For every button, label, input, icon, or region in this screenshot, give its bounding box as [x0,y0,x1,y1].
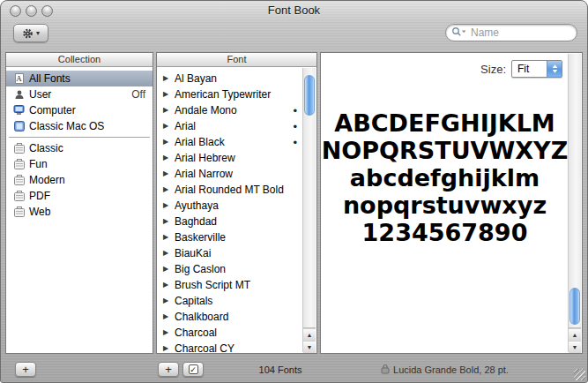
add-font-button[interactable]: + [158,362,179,377]
preview-line: nopqrstuvwxyz [321,192,569,219]
collection-label: Computer [29,104,76,116]
collection-item-pdf[interactable]: PDF [6,188,153,204]
font-name: Brush Script MT [175,279,250,291]
preview-line: NOPQRSTUVWXYZ [321,137,569,164]
disclosure-triangle-icon[interactable]: ▶ [163,297,170,304]
disclosure-triangle-icon[interactable]: ▶ [163,250,170,257]
search-input[interactable] [469,26,571,40]
font-list-item[interactable]: ▶BiauKai [157,245,316,261]
collection-item-computer[interactable]: Computer [6,102,153,118]
font-pane: Font ▶Al Bayan ▶American Typewriter ▶And… [156,52,317,354]
size-label: Size: [480,63,506,76]
disclosure-triangle-icon[interactable]: ▶ [163,91,170,98]
disclosure-triangle-icon[interactable]: ▶ [163,329,170,336]
resize-grip[interactable] [574,369,585,380]
scroll-up-button[interactable]: ▲ [569,328,581,341]
font-name: Arial Rounded MT Bold [175,184,284,196]
font-name: Chalkboard [175,311,228,323]
collection-item-all-fonts[interactable]: A All Fonts [6,71,153,86]
collection-item-classic[interactable]: Classic [6,140,153,156]
search-field[interactable] [445,24,577,41]
window-title: Font Book [1,1,587,20]
font-list-item[interactable]: ▶Brush Script MT [157,277,316,293]
size-select[interactable]: Fit [511,60,562,78]
font-list: ▶Al Bayan ▶American Typewriter ▶Andale M… [157,68,316,353]
preview-scrollbar[interactable]: ▲ ▼ [568,54,581,352]
font-list-item[interactable]: ▶Ayuthaya [157,198,316,214]
font-list-item[interactable]: ▶Arial Rounded MT Bold [157,182,316,198]
disclosure-triangle-icon[interactable]: ▶ [163,170,170,177]
disclosure-triangle-icon[interactable]: ▶ [163,282,170,289]
collection-item-modern[interactable]: Modern [6,172,153,188]
font-name: American Typewriter [175,88,271,101]
plus-icon: + [165,363,172,376]
font-list-item[interactable]: ▶Big Caslon [157,261,316,277]
font-header: Font [157,53,316,67]
add-collection-button[interactable]: + [15,362,36,377]
user-icon [13,89,25,100]
font-list-item[interactable]: ▶Charcoal [157,325,316,341]
font-preview-text: ABCDEFGHIJKLM NOPQRSTUVWXYZ abcdefghijkl… [321,109,569,246]
size-dropdown-arrows-icon[interactable] [547,61,562,77]
disclosure-triangle-icon[interactable]: ▶ [163,75,170,82]
font-list-item[interactable]: ▶Baskerville [157,229,316,245]
preview-scrollbar-arrows: ▲ ▼ [569,327,581,352]
scroll-down-button[interactable]: ▼ [303,341,316,353]
gear-icon [22,27,33,40]
disclosure-triangle-icon[interactable]: ▶ [163,107,170,114]
collection-status: Off [131,88,145,101]
disclosure-triangle-icon[interactable]: ▶ [163,139,170,146]
disclosure-triangle-icon[interactable]: ▶ [163,123,170,130]
collection-label: PDF [29,190,50,202]
disclosure-triangle-icon[interactable]: ▶ [163,313,170,320]
preview-line: abcdefghijklm [321,164,569,192]
font-name: Arial Black [175,136,225,148]
font-list-item[interactable]: ▶Arial Hebrew [157,150,316,166]
scroll-down-button[interactable]: ▼ [569,341,581,353]
font-list-item[interactable]: ▶Charcoal CY [157,341,316,353]
collection-label: All Fonts [29,72,71,85]
preview-scrollbar-thumb[interactable] [569,288,580,325]
disclosure-triangle-icon[interactable]: ▶ [163,266,170,273]
font-name: Ayuthaya [175,199,219,212]
font-name: Big Caslon [175,263,226,275]
collection-item-fun[interactable]: Fun [6,156,153,172]
font-name: Al Bayan [175,72,217,85]
font-name: Baskerville [175,231,226,244]
titlebar[interactable]: Font Book [1,1,587,20]
preview-line: 1234567890 [321,219,569,246]
collection-item-web[interactable]: Web [6,204,153,220]
font-list-item[interactable]: ▶Capitals [157,293,316,309]
font-list-item[interactable]: ▶Baghdad [157,214,316,229]
font-name: Andale Mono [175,104,237,116]
font-scrollbar-arrows: ▲ ▼ [303,327,316,352]
font-book-window: Font Book ▾ Collection A All F [0,0,588,383]
font-list-item[interactable]: ▶Arial• [157,118,316,134]
collection-item-classic-mac-os[interactable]: Classic Mac OS [6,118,153,134]
font-scrollbar[interactable]: ▲ ▼ [302,68,316,352]
disclosure-triangle-icon[interactable]: ▶ [163,234,170,241]
disclosure-triangle-icon[interactable]: ▶ [163,345,170,352]
collection-item-user[interactable]: User Off [6,86,153,102]
font-scrollbar-thumb[interactable] [304,75,315,116]
search-icon[interactable] [451,25,466,41]
validate-font-button[interactable]: ✓ [182,362,204,377]
font-name: BiauKai [175,247,211,259]
collection-separator [9,137,150,138]
font-collection-icon [13,159,25,169]
font-list-item[interactable]: ▶Arial Black• [157,134,316,150]
scroll-up-button[interactable]: ▲ [303,328,316,341]
disclosure-triangle-icon[interactable]: ▶ [163,186,170,193]
font-list-item[interactable]: ▶Chalkboard [157,309,316,325]
font-list-item[interactable]: ▶Andale Mono• [157,102,316,118]
disclosure-triangle-icon[interactable]: ▶ [163,202,170,209]
font-list-item[interactable]: ▶American Typewriter [157,86,316,102]
collection-pane: Collection A All Fonts User Off Computer [5,52,153,354]
checkbox-icon: ✓ [189,364,198,374]
disclosure-triangle-icon[interactable]: ▶ [163,218,170,225]
font-list-item[interactable]: ▶Al Bayan [157,71,316,86]
disclosure-triangle-icon[interactable]: ▶ [163,154,170,161]
action-menu-button[interactable]: ▾ [13,24,48,42]
font-list-item[interactable]: ▶Arial Narrow [157,166,316,182]
font-name: Arial Hebrew [175,152,235,164]
